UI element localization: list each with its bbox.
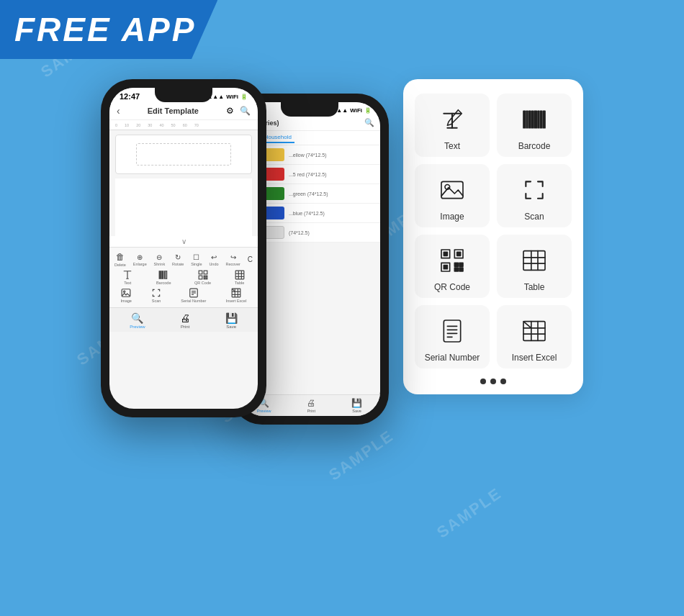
p1-enlarge-tool[interactable]: ⊕Enlarge	[133, 253, 147, 266]
barcode-label: Barcode	[518, 141, 551, 151]
svg-rect-37	[441, 181, 463, 198]
free-app-banner: FREE APP	[0, 0, 217, 59]
svg-rect-7	[199, 276, 202, 279]
p1-nav-print[interactable]: 🖨 Print	[180, 312, 190, 329]
dots-indicator	[415, 379, 572, 384]
p1-back-icon[interactable]: ‹	[117, 105, 120, 117]
feature-card-table[interactable]: Table	[497, 235, 572, 298]
p1-delete-tool[interactable]: 🗑Delete	[114, 252, 126, 267]
p1-ruler: 0 10 20 30 40 50 60 70	[109, 120, 258, 130]
dot-1	[480, 379, 486, 384]
p1-canvas	[115, 135, 252, 174]
p1-recover-tool[interactable]: ↪Recover	[225, 253, 240, 266]
p1-excel-tool[interactable]: Insert Excel	[226, 288, 247, 303]
svg-rect-47	[454, 268, 458, 271]
qrcode-label: QR Code	[434, 282, 470, 292]
p1-canvas-inner	[136, 143, 231, 166]
p2-nav-print[interactable]: 🖨 Print	[307, 398, 315, 413]
svg-rect-4	[166, 271, 167, 279]
dot-2	[490, 379, 496, 384]
svg-rect-3	[164, 271, 165, 279]
feature-card-image[interactable]: Image	[415, 164, 490, 227]
svg-rect-46	[459, 263, 463, 266]
svg-rect-29	[523, 111, 526, 127]
svg-line-28	[232, 289, 235, 291]
feature-card-barcode[interactable]: Barcode	[497, 94, 572, 157]
svg-rect-12	[235, 271, 244, 279]
p1-barcode-tool[interactable]: Barcode	[156, 270, 171, 285]
svg-rect-35	[540, 111, 542, 127]
item-text-blue: ...blue (74*12.5)	[289, 211, 325, 216]
p1-shrink-tool[interactable]: ⊖Shrink	[154, 253, 166, 266]
p1-tools-row-2: Text Barcode QR Code Table	[111, 268, 256, 286]
feature-card-excel[interactable]: Insert Excel	[497, 305, 572, 368]
p1-bottom-arrow: ∨	[109, 236, 258, 247]
svg-rect-11	[206, 278, 207, 279]
svg-rect-54	[444, 320, 460, 342]
p1-serial-tool[interactable]: Serial Number	[181, 288, 206, 303]
svg-rect-45	[454, 263, 458, 266]
phone-1: 12:47 ▲▲▲ WiFi 🔋 ‹ Edit Template ⚙ 🔍	[101, 79, 266, 417]
svg-rect-1	[161, 271, 162, 279]
main-content: 12:47 ▲▲▲ WiFi 🔋 ‹ Edit Template ⚙ 🔍	[0, 79, 684, 616]
p1-nav-title: Edit Template	[148, 107, 199, 115]
p1-scan-tool[interactable]: Scan	[151, 288, 161, 303]
p1-toolbar: 🗑Delete ⊕Enlarge ⊖Shrink ↻Rotate ☐Single…	[109, 247, 258, 307]
feature-card-scan[interactable]: Scan	[497, 164, 572, 227]
p1-table-tool[interactable]: Table	[235, 270, 245, 285]
feature-card-serial[interactable]: Serial Number	[415, 305, 490, 368]
phone-1-screen: 12:47 ▲▲▲ WiFi 🔋 ‹ Edit Template ⚙ 🔍	[109, 88, 258, 409]
p2-search-icon[interactable]: 🔍	[364, 118, 374, 127]
table-label: Table	[524, 282, 545, 292]
item-text-yellow: ...ellow (74*12.5)	[289, 153, 327, 158]
svg-rect-31	[529, 111, 531, 127]
free-app-text: FREE APP	[14, 11, 196, 48]
p1-nav-bar: ‹ Edit Template ⚙ 🔍	[109, 102, 258, 120]
p2-nav-save[interactable]: 💾 Save	[351, 398, 362, 413]
p1-nav-save[interactable]: 💾 Save	[225, 312, 238, 329]
svg-rect-2	[162, 271, 163, 279]
p1-body	[115, 178, 252, 236]
text-label: Text	[444, 141, 460, 151]
item-text-green: ...green (74*12.5)	[289, 191, 328, 196]
barcode-icon	[517, 102, 552, 137]
svg-rect-32	[532, 111, 534, 127]
item-text-white: (74*12.5)	[289, 230, 310, 235]
svg-rect-8	[204, 276, 205, 277]
p1-rotate-tool[interactable]: ↻Rotate	[172, 253, 184, 266]
svg-rect-30	[526, 111, 528, 127]
table-icon	[517, 243, 552, 278]
p1-c-tool[interactable]: C	[248, 255, 253, 264]
p1-qrcode-tool[interactable]: QR Code	[194, 270, 211, 285]
p1-undo-tool[interactable]: ↩Undo	[209, 253, 218, 266]
text-icon	[435, 102, 469, 137]
excel-icon	[517, 314, 552, 348]
features-panel: Text Barcode	[403, 79, 583, 394]
svg-rect-9	[206, 276, 207, 277]
feature-card-text[interactable]: Text	[415, 94, 490, 157]
scan-icon	[517, 173, 552, 207]
p1-time: 12:47	[120, 92, 140, 101]
svg-rect-44	[444, 266, 447, 269]
p1-bottom-nav: 🔍 Preview 🖨 Print 💾 Save	[109, 307, 258, 332]
feature-card-qrcode[interactable]: QR Code	[415, 235, 490, 298]
p1-nav-preview[interactable]: 🔍 Preview	[130, 312, 145, 329]
item-text-red: ...5 red (74*12.5)	[289, 172, 327, 177]
phones-area: 12:47 ▲▲▲ WiFi 🔋 ‹ Edit Template ⚙ 🔍	[101, 79, 389, 425]
svg-rect-42	[457, 252, 461, 255]
scan-label: Scan	[524, 212, 544, 222]
svg-rect-34	[538, 111, 539, 127]
p1-text-tool[interactable]: Text	[122, 270, 132, 285]
svg-rect-6	[204, 271, 207, 274]
p1-tools-row-3: Image Scan Serial Number Insert Exc	[111, 286, 256, 304]
p1-tools-row-1: 🗑Delete ⊕Enlarge ⊖Shrink ↻Rotate ☐Single…	[111, 250, 256, 268]
serial-label: Serial Number	[425, 353, 480, 363]
serial-icon	[435, 314, 469, 348]
p1-single-tool[interactable]: ☐Single	[191, 253, 202, 266]
p1-settings-icon[interactable]: ⚙	[226, 106, 234, 116]
svg-point-18	[124, 291, 125, 292]
p1-image-tool[interactable]: Image	[121, 288, 132, 303]
svg-line-64	[523, 322, 531, 328]
p1-search-icon[interactable]: 🔍	[240, 106, 251, 116]
image-icon	[435, 173, 469, 207]
